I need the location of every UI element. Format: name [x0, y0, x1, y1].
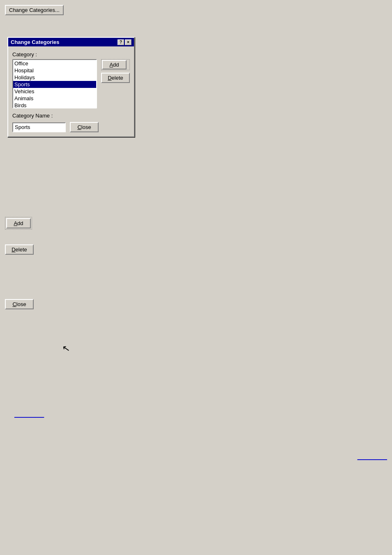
add-button[interactable]: Add: [102, 60, 127, 69]
bottom-link-right-label: __________: [357, 454, 387, 460]
category-listbox[interactable]: Office Hospital Holidays Sports Vehicles…: [12, 59, 97, 108]
standalone-add-outer: Add: [5, 217, 32, 230]
standalone-delete-button[interactable]: Delete: [5, 244, 34, 255]
standalone-add-button[interactable]: Add: [6, 218, 31, 228]
dialog-help-button[interactable]: ?: [118, 39, 124, 45]
category-name-label: Category Name :: [12, 113, 130, 119]
standalone-close-container: Close: [5, 299, 34, 309]
side-buttons: Add Delete: [101, 59, 130, 108]
close-button[interactable]: Close: [70, 122, 99, 132]
listbox-container: Office Hospital Holidays Sports Vehicles…: [12, 59, 130, 108]
change-categories-dialog: Change Categories ? × Category : Office …: [7, 37, 135, 137]
dialog-body: Category : Office Hospital Holidays Spor…: [8, 46, 134, 136]
bottom-link-right[interactable]: __________: [357, 454, 387, 460]
bottom-link-left-label: __________: [14, 412, 44, 418]
dialog-close-button[interactable]: ×: [125, 39, 131, 45]
dialog-titlebar: Change Categories ? ×: [8, 38, 134, 46]
standalone-delete-label: Delete: [12, 246, 27, 253]
standalone-add-label: Add: [14, 220, 23, 226]
category-name-input[interactable]: [12, 122, 66, 132]
category-name-section: Close: [12, 122, 130, 132]
cursor-icon: ↖: [62, 343, 71, 355]
delete-label: Delete: [108, 75, 123, 81]
standalone-delete-container: Delete: [5, 244, 34, 255]
bottom-link-left[interactable]: __________: [14, 412, 44, 418]
standalone-close-label: Close: [12, 301, 26, 307]
add-label: Add: [109, 62, 119, 68]
dialog-title: Change Categories: [11, 39, 118, 45]
delete-button[interactable]: Delete: [101, 73, 130, 83]
category-label: Category :: [12, 51, 130, 58]
title-buttons: ? ×: [118, 39, 131, 45]
change-categories-button[interactable]: Change Categories...: [5, 5, 64, 15]
standalone-add-container: Add: [5, 217, 32, 230]
add-button-container: Add: [101, 59, 130, 70]
close-label: Close: [77, 124, 91, 130]
standalone-close-button[interactable]: Close: [5, 299, 34, 309]
